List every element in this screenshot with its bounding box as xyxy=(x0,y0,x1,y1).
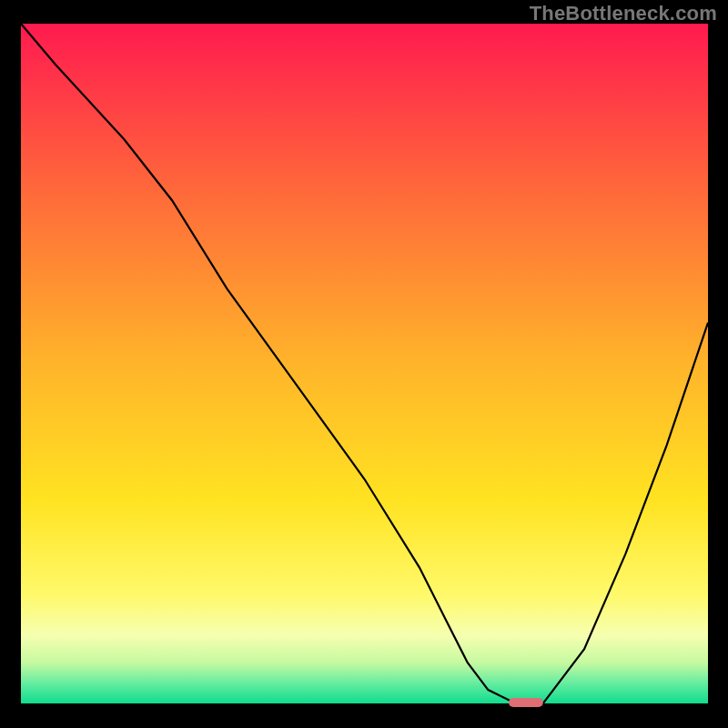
optimum-marker xyxy=(509,698,543,707)
bottleneck-chart xyxy=(0,0,728,728)
watermark-text: TheBottleneck.com xyxy=(530,2,717,25)
chart-stage: TheBottleneck.com xyxy=(0,0,728,728)
